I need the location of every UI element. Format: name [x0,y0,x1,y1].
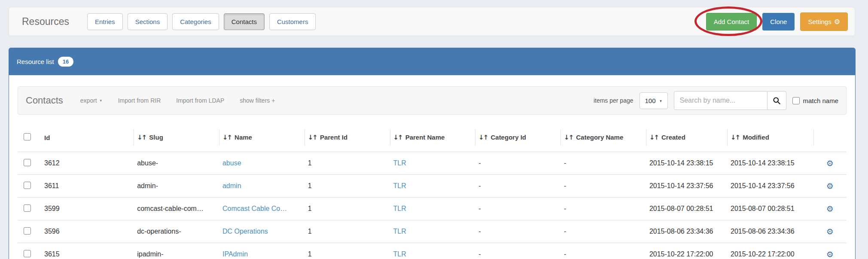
column-header-created[interactable]: ↓↑Created [646,123,727,152]
column-header-category_id[interactable]: ↓↑Category Id [475,123,560,152]
section-title: Contacts [26,95,63,106]
cell-parent_id: 1 [305,220,390,243]
column-header-id: Id [41,123,134,152]
cell-parent_id: 1 [305,243,390,259]
gear-icon[interactable]: ⚙ [826,158,834,168]
row-select-cell [18,243,41,259]
select-all-header [18,123,41,152]
name-link[interactable]: abuse [222,159,241,167]
row-select-cell [18,152,41,175]
row-checkbox[interactable] [24,159,31,166]
cell-modified: 2015-10-14 23:38:15 [727,152,813,175]
cell-slug: comcast-cable-com… [134,198,219,220]
tab-sections[interactable]: Sections [128,13,168,30]
column-header-name[interactable]: ↓↑Name [219,123,305,152]
cell-modified: 2015-08-07 00:28:51 [727,198,813,220]
row-actions-cell: ⚙ [813,152,847,175]
parent_name-link[interactable]: TLR [393,205,406,212]
add-contact-button[interactable]: Add Contact [706,13,757,30]
cell-id: 3596 [41,220,134,243]
cell-parent_name: TLR [390,243,475,259]
search-input[interactable] [674,91,767,110]
row-checkbox[interactable] [24,182,31,189]
row-actions-cell: ⚙ [813,220,847,243]
parent_name-link[interactable]: TLR [393,182,406,189]
top-toolbar: Resources Entries Sections Categories Co… [9,7,855,36]
name-link[interactable]: IPAdmin [222,250,248,258]
chevron-down-icon: ▼ [659,99,663,103]
column-label: Parent Id [320,134,347,141]
cell-category_name: - [560,152,646,175]
header-actions: Add Contact Clone Settings⚙ [706,12,848,31]
column-label: Name [235,134,252,141]
sort-updown-icon: ↓↑ [564,134,573,141]
column-header-slug[interactable]: ↓↑Slug [134,123,219,152]
tab-entries[interactable]: Entries [87,13,123,30]
row-checkbox[interactable] [24,204,31,212]
cell-name: abuse [219,152,305,175]
chevron-down-icon: ▼ [99,99,103,103]
gear-icon[interactable]: ⚙ [826,204,834,213]
cell-parent_name: TLR [390,152,475,175]
cell-name: admin [219,175,305,198]
gear-icon[interactable]: ⚙ [826,181,834,191]
settings-label: Settings [808,18,831,25]
resource-list-panel: Resource list 16 Contacts export▼ Import… [9,48,856,259]
row-actions-cell: ⚙ [813,243,847,259]
tab-contacts[interactable]: Contacts [224,13,265,30]
match-name-label: match name [803,97,838,104]
column-header-modified[interactable]: ↓↑Modified [727,123,813,152]
gear-icon[interactable]: ⚙ [826,227,834,236]
cell-parent_name: TLR [390,175,475,198]
match-name-checkbox[interactable] [792,97,800,104]
row-checkbox[interactable] [24,227,31,235]
export-label: export [80,97,97,104]
table-header-row: Id↓↑Slug↓↑Name↓↑Parent Id↓↑Parent Name↓↑… [18,123,847,152]
export-dropdown[interactable]: export▼ [80,97,103,104]
cell-created: 2015-10-14 23:37:56 [646,175,727,198]
cell-name: IPAdmin [219,243,305,259]
items-per-page-value: 100 [645,97,656,104]
column-label: Parent Name [405,134,445,141]
clone-button[interactable]: Clone [762,13,795,30]
cell-id: 3611 [41,175,134,198]
column-header-parent_id[interactable]: ↓↑Parent Id [305,123,390,152]
parent_name-link[interactable]: TLR [393,228,406,235]
search-icon [773,97,781,105]
column-header-category_name[interactable]: ↓↑Category Name [560,123,646,152]
column-header-parent_name[interactable]: ↓↑Parent Name [390,123,475,152]
name-link[interactable]: admin [222,182,241,189]
contacts-toolbar: Contacts export▼ Import from RIR Import … [18,86,847,115]
cell-created: 2015-08-07 00:28:51 [646,198,727,220]
cell-category_id: - [475,198,560,220]
cell-slug: abuse- [134,152,219,175]
parent_name-link[interactable]: TLR [393,250,406,258]
sort-updown-icon: ↓↑ [649,134,658,141]
cell-category_id: - [475,175,560,198]
cell-category_name: - [560,175,646,198]
cell-slug: ipadmin- [134,243,219,259]
sort-updown-icon: ↓↑ [222,134,231,141]
show-filters-link[interactable]: show filters + [240,97,275,104]
row-checkbox[interactable] [24,250,31,257]
parent_name-link[interactable]: TLR [393,159,406,167]
cell-name: Comcast Cable Co… [219,198,305,220]
cell-id: 3612 [41,152,134,175]
row-actions-cell: ⚙ [813,198,847,220]
tab-categories[interactable]: Categories [172,13,219,30]
items-per-page-select[interactable]: 100▼ [640,92,668,109]
name-link[interactable]: DC Operations [222,228,268,235]
import-rir-link[interactable]: Import from RIR [118,97,161,104]
page-title: Resources [22,16,69,27]
gear-icon[interactable]: ⚙ [826,250,834,259]
cell-created: 2015-08-06 23:34:36 [646,220,727,243]
sort-updown-icon: ↓↑ [731,134,740,141]
import-ldap-link[interactable]: Import from LDAP [176,97,224,104]
search-button[interactable] [767,91,786,110]
tab-customers[interactable]: Customers [269,13,316,30]
cell-modified: 2015-08-06 23:34:36 [727,220,813,243]
name-link[interactable]: Comcast Cable Co… [222,205,287,212]
settings-button[interactable]: Settings⚙ [800,12,848,31]
select-all-checkbox[interactable] [24,133,31,140]
table-row: 3615ipadmin-IPAdmin1TLR--2015-10-22 17:2… [18,243,847,259]
